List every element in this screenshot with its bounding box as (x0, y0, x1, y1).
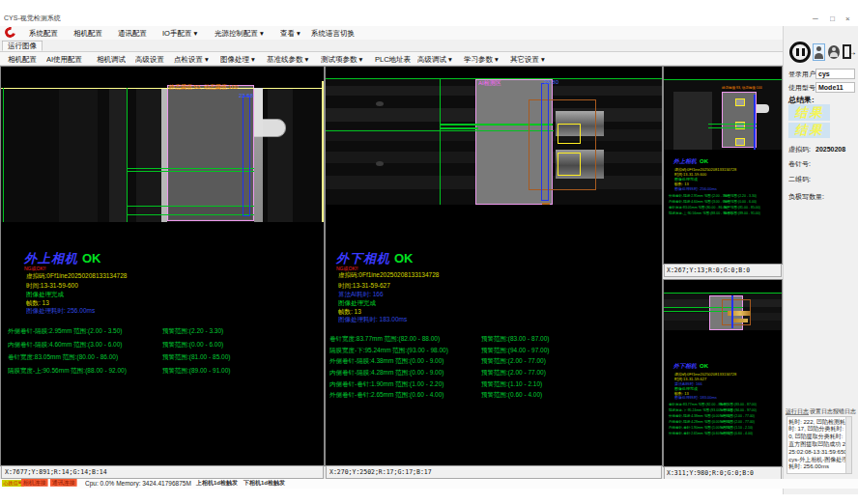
left-row-measure: 外侧卷针-隔膜:2.95mm 范围:(2.00 - 3.50) (8, 327, 122, 334)
bottom-status-bar: 心跳信号 相机连接 通讯连接 Cpu: 0.0% Memory: 3424.41… (0, 479, 858, 489)
mini-view-top[interactable]: 静态阈值:93, 动态阈值:100 外上相机 OK 虚拟码:0Ff1ine202… (664, 67, 782, 264)
qr-label: 二维码: (788, 176, 811, 183)
toolbar-baseline-params[interactable]: 基准线参数 ▾ (267, 55, 308, 63)
toolbar-learning-params[interactable]: 学习参数 ▾ (464, 55, 499, 63)
center-blue-value: 23.80 (544, 79, 558, 86)
toolbar-camera-config[interactable]: 相机配置 (8, 55, 37, 63)
menu-item-view[interactable]: 查看 ▾ (280, 29, 300, 37)
user2-button[interactable] (828, 45, 840, 59)
sidebar: → 登录用户: cys 使用型号: Mode11 总结果: 结果 结果 虚拟码:… (783, 26, 858, 494)
center-line-time: 时间:13-31-59-627 (338, 282, 390, 289)
center-row-warn: 预警范围:(83.00 - 87.00) (481, 335, 549, 342)
toolbar-image-process[interactable]: 图像处理 ▾ (220, 55, 255, 63)
user2-icon (832, 47, 836, 51)
center-line-elapsed: 图像处理耗时: 183.00ms (338, 316, 407, 322)
toolbar-advanced-settings[interactable]: 高级设置 (135, 55, 164, 63)
center-camera-ok: OK (394, 251, 414, 266)
center-cursor-bar: X:270;Y:2502;R:17;G:17;B:17 (326, 465, 662, 479)
center-line-code: 虚拟码:0Ff1ine20250208133134728 (338, 271, 439, 278)
left-blue-value: 23.68 (239, 93, 253, 99)
center-yellow-rect-1 (558, 124, 581, 144)
total-result-label: 总结果: (788, 96, 815, 104)
toolbar-other-settings[interactable]: 其它设置 ▾ (510, 55, 545, 63)
minimize-button[interactable]: ─ (813, 14, 818, 23)
left-threshold-label: 静态阈值:93, 动态阈值:100 (169, 84, 238, 91)
login-label: 登录用户: (788, 70, 817, 78)
menu-item-language[interactable]: 系统语言切换 (311, 29, 355, 37)
mini-bottom-cursor-bar: X:311;Y:980;R:0;G:0;B:0 (664, 466, 782, 480)
log-box[interactable]: 耗时: 222, 凹陷检测耗时: 17, 凹陷分类耗时: 0, 凹陷提取分类耗时… (786, 416, 852, 474)
title-bar: CYS-视觉检测系统 ─ □ × (0, 14, 858, 26)
toolbar-ai-config[interactable]: AI使用配置 (46, 55, 82, 63)
model-label: 使用型号: (788, 84, 817, 92)
left-row-warn: 预警范围:(2.20 - 3.30) (162, 327, 223, 334)
toolbar: 相机配置 AI使用配置 相机调试 高级设置 点检设置 ▾ 图像处理 ▾ 基准线参… (0, 52, 783, 66)
center-line-frames: 帧数: 13 (338, 308, 361, 315)
toolbar-plc-table[interactable]: PLC地址表 (375, 55, 411, 63)
center-brown-rect (529, 99, 596, 190)
left-line-done: 图像处理完成 (26, 291, 64, 297)
mini-top-cursor-bar: X:267;Y:13;R:0;G:0;B:0 (664, 264, 782, 277)
user-icon (816, 46, 821, 51)
left-line-code: 虚拟码:0Ff1ine20250208133134728 (26, 272, 127, 279)
tab-run-image[interactable]: 运行图像 (2, 41, 43, 51)
neg-count-label: 负极写数量: (788, 193, 824, 201)
center-camera-view[interactable]: AI检测区 23.80 外下相机 OK NG或OK!! 虚拟码:0Ff1ine2… (326, 67, 662, 465)
app-logo-icon (3, 25, 17, 40)
log-text: 耗时: 222, 凹陷检测耗时: 17, 凹陷分类耗时: 0, 凹陷提取分类耗时… (787, 417, 849, 470)
center-sub-note: NG或OK!! (336, 266, 358, 271)
exit-button[interactable]: → (843, 44, 856, 60)
log-tab-error[interactable]: 报错日志 (833, 408, 856, 415)
menu-item-comm-config[interactable]: 通讯配置 (118, 29, 147, 37)
close-button[interactable]: × (845, 14, 850, 23)
virtual-code-value: 20250208 (815, 146, 845, 154)
model-input[interactable]: Mode11 (815, 82, 855, 93)
toolbar-spot-check[interactable]: 点检设置 ▾ (174, 55, 209, 63)
needle-label: 卷针号: (788, 160, 811, 168)
center-blue-rect (541, 83, 549, 201)
cpu-memory-text: Cpu: 0.0% Memory: 3424.41796875M (85, 480, 191, 487)
toolbar-advanced-debug[interactable]: 高级调试 ▾ (417, 55, 452, 63)
toolbar-test-params[interactable]: 测试项参数 ▾ (321, 55, 362, 63)
comm-status-badge: 通讯连接 (50, 479, 77, 487)
camera-status-badge: 相机连接 (21, 479, 48, 487)
log-tab-run[interactable]: 运行日志 (786, 408, 809, 415)
center-line-ai-time: 算法AI耗时: 166 (338, 291, 384, 297)
trigger-down-text: 下相机1d检触发 (243, 480, 285, 487)
left-line-time: 时间:13-31-59-600 (26, 282, 78, 289)
menu-bar: 系统配置 相机配置 通讯配置 IO手配置 ▾ 光源控制配置 ▾ 查看 ▾ 系统语… (0, 26, 783, 40)
login-input[interactable]: cys (815, 69, 855, 79)
toolbar-camera-debug[interactable]: 相机调试 (97, 55, 126, 63)
left-cursor-bar: X:7677;Y:891;R:14;G:14;B:14 (1, 465, 324, 479)
tab-row: 运行图像 (0, 40, 783, 52)
result-box-2: 结果 (788, 123, 830, 138)
center-yellow-rect-2 (558, 153, 581, 176)
left-line-elapsed: 图像处理耗时: 256.00ms (26, 307, 95, 314)
mini-view-bottom[interactable]: 外下相机 OK 虚拟码:0Ff1ine20250208133134728 时间:… (664, 280, 782, 466)
left-yellow-hline (1, 88, 324, 89)
left-sub-note: NG或OK!! (24, 266, 46, 271)
center-row-measure: 卷针宽度:83.77mm 范围:(82.00 - 88.00) (329, 335, 440, 342)
left-blue-rect (243, 96, 250, 216)
menu-item-light-config[interactable]: 光源控制配置 ▾ (214, 29, 264, 37)
trigger-up-text: 上相机1d检触发 (196, 480, 238, 487)
user-button[interactable] (813, 43, 825, 61)
center-line-done: 图像处理完成 (338, 299, 376, 306)
log-tab-settings[interactable]: 设置日志 (810, 408, 833, 415)
left-roi-rect (167, 85, 254, 221)
window-title: CYS-视觉检测系统 (4, 14, 61, 22)
result-box-1: 结果 (788, 104, 830, 121)
left-camera-ok: OK (82, 251, 101, 266)
center-ai-label: AI检测区 (478, 80, 501, 87)
left-camera-view[interactable]: 静态阈值:93, 动态阈值:100 23.68 外上相机 OK NG或OK!! … (1, 67, 324, 465)
virtual-code-label: 虚拟码: (788, 146, 811, 154)
menu-item-camera-config[interactable]: 相机配置 (73, 29, 102, 37)
log-scrollbar[interactable] (845, 417, 851, 473)
pause-button[interactable] (789, 42, 811, 63)
menu-item-io-config[interactable]: IO手配置 ▾ (162, 29, 197, 37)
app-window: CYS-视觉检测系统 ─ □ × 系统配置 相机配置 通讯配置 IO手配置 ▾ … (0, 0, 858, 504)
maximize-button[interactable]: □ (830, 14, 835, 23)
menu-item-system-config[interactable]: 系统配置 (29, 29, 58, 37)
left-line-frames: 帧数: 13 (26, 299, 49, 306)
